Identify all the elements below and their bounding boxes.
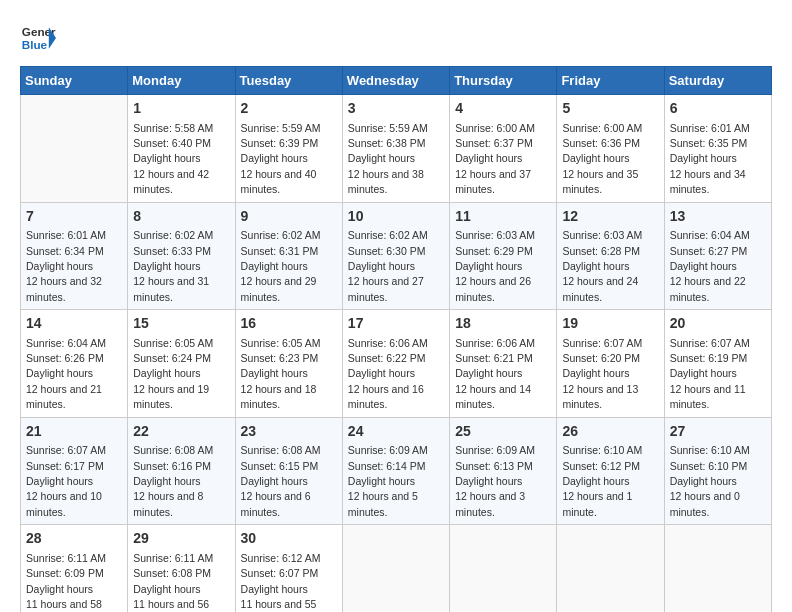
calendar-cell: 26 Sunrise: 6:10 AMSunset: 6:12 PMDaylig… (557, 417, 664, 525)
day-number: 10 (348, 207, 444, 227)
day-info: Sunrise: 6:12 AMSunset: 6:07 PMDaylight … (241, 552, 321, 612)
calendar-cell (342, 525, 449, 612)
calendar-cell (21, 95, 128, 203)
day-number: 18 (455, 314, 551, 334)
day-number: 2 (241, 99, 337, 119)
day-info: Sunrise: 6:08 AMSunset: 6:16 PMDaylight … (133, 444, 213, 518)
day-number: 11 (455, 207, 551, 227)
calendar-table: SundayMondayTuesdayWednesdayThursdayFrid… (20, 66, 772, 612)
day-number: 29 (133, 529, 229, 549)
day-number: 30 (241, 529, 337, 549)
day-info: Sunrise: 6:02 AMSunset: 6:30 PMDaylight … (348, 229, 428, 303)
calendar-cell: 10 Sunrise: 6:02 AMSunset: 6:30 PMDaylig… (342, 202, 449, 310)
day-number: 9 (241, 207, 337, 227)
weekday-header-wednesday: Wednesday (342, 67, 449, 95)
weekday-header-friday: Friday (557, 67, 664, 95)
calendar-cell: 22 Sunrise: 6:08 AMSunset: 6:16 PMDaylig… (128, 417, 235, 525)
day-info: Sunrise: 6:06 AMSunset: 6:21 PMDaylight … (455, 337, 535, 411)
calendar-cell: 18 Sunrise: 6:06 AMSunset: 6:21 PMDaylig… (450, 310, 557, 418)
calendar-cell: 2 Sunrise: 5:59 AMSunset: 6:39 PMDayligh… (235, 95, 342, 203)
day-number: 4 (455, 99, 551, 119)
weekday-header-saturday: Saturday (664, 67, 771, 95)
day-number: 14 (26, 314, 122, 334)
day-number: 25 (455, 422, 551, 442)
calendar-cell: 28 Sunrise: 6:11 AMSunset: 6:09 PMDaylig… (21, 525, 128, 612)
calendar-cell: 5 Sunrise: 6:00 AMSunset: 6:36 PMDayligh… (557, 95, 664, 203)
day-info: Sunrise: 6:05 AMSunset: 6:23 PMDaylight … (241, 337, 321, 411)
calendar-cell: 7 Sunrise: 6:01 AMSunset: 6:34 PMDayligh… (21, 202, 128, 310)
day-number: 3 (348, 99, 444, 119)
calendar-cell: 15 Sunrise: 6:05 AMSunset: 6:24 PMDaylig… (128, 310, 235, 418)
calendar-cell: 23 Sunrise: 6:08 AMSunset: 6:15 PMDaylig… (235, 417, 342, 525)
day-number: 17 (348, 314, 444, 334)
day-info: Sunrise: 6:11 AMSunset: 6:09 PMDaylight … (26, 552, 106, 612)
calendar-cell: 3 Sunrise: 5:59 AMSunset: 6:38 PMDayligh… (342, 95, 449, 203)
day-info: Sunrise: 5:59 AMSunset: 6:38 PMDaylight … (348, 122, 428, 196)
day-info: Sunrise: 6:09 AMSunset: 6:14 PMDaylight … (348, 444, 428, 518)
day-info: Sunrise: 6:04 AMSunset: 6:26 PMDaylight … (26, 337, 106, 411)
day-info: Sunrise: 6:00 AMSunset: 6:37 PMDaylight … (455, 122, 535, 196)
day-number: 22 (133, 422, 229, 442)
day-number: 27 (670, 422, 766, 442)
day-info: Sunrise: 6:09 AMSunset: 6:13 PMDaylight … (455, 444, 535, 518)
calendar-cell: 16 Sunrise: 6:05 AMSunset: 6:23 PMDaylig… (235, 310, 342, 418)
day-number: 15 (133, 314, 229, 334)
logo: General Blue (20, 20, 56, 56)
calendar-cell: 6 Sunrise: 6:01 AMSunset: 6:35 PMDayligh… (664, 95, 771, 203)
day-number: 8 (133, 207, 229, 227)
day-number: 12 (562, 207, 658, 227)
calendar-cell: 9 Sunrise: 6:02 AMSunset: 6:31 PMDayligh… (235, 202, 342, 310)
day-number: 7 (26, 207, 122, 227)
day-number: 20 (670, 314, 766, 334)
day-number: 28 (26, 529, 122, 549)
day-info: Sunrise: 6:11 AMSunset: 6:08 PMDaylight … (133, 552, 213, 612)
day-number: 1 (133, 99, 229, 119)
day-info: Sunrise: 6:10 AMSunset: 6:12 PMDaylight … (562, 444, 642, 518)
day-number: 16 (241, 314, 337, 334)
calendar-cell: 30 Sunrise: 6:12 AMSunset: 6:07 PMDaylig… (235, 525, 342, 612)
calendar-cell (557, 525, 664, 612)
calendar-cell: 20 Sunrise: 6:07 AMSunset: 6:19 PMDaylig… (664, 310, 771, 418)
day-info: Sunrise: 6:01 AMSunset: 6:34 PMDaylight … (26, 229, 106, 303)
day-number: 26 (562, 422, 658, 442)
day-info: Sunrise: 6:01 AMSunset: 6:35 PMDaylight … (670, 122, 750, 196)
calendar-cell: 19 Sunrise: 6:07 AMSunset: 6:20 PMDaylig… (557, 310, 664, 418)
calendar-cell: 12 Sunrise: 6:03 AMSunset: 6:28 PMDaylig… (557, 202, 664, 310)
day-number: 13 (670, 207, 766, 227)
day-number: 6 (670, 99, 766, 119)
day-info: Sunrise: 5:59 AMSunset: 6:39 PMDaylight … (241, 122, 321, 196)
calendar-cell: 4 Sunrise: 6:00 AMSunset: 6:37 PMDayligh… (450, 95, 557, 203)
calendar-cell (664, 525, 771, 612)
day-info: Sunrise: 6:06 AMSunset: 6:22 PMDaylight … (348, 337, 428, 411)
calendar-cell (450, 525, 557, 612)
day-info: Sunrise: 6:02 AMSunset: 6:33 PMDaylight … (133, 229, 213, 303)
day-number: 5 (562, 99, 658, 119)
calendar-cell: 29 Sunrise: 6:11 AMSunset: 6:08 PMDaylig… (128, 525, 235, 612)
day-info: Sunrise: 6:04 AMSunset: 6:27 PMDaylight … (670, 229, 750, 303)
calendar-cell: 13 Sunrise: 6:04 AMSunset: 6:27 PMDaylig… (664, 202, 771, 310)
day-info: Sunrise: 6:07 AMSunset: 6:19 PMDaylight … (670, 337, 750, 411)
calendar-cell: 27 Sunrise: 6:10 AMSunset: 6:10 PMDaylig… (664, 417, 771, 525)
day-info: Sunrise: 6:03 AMSunset: 6:29 PMDaylight … (455, 229, 535, 303)
weekday-header-monday: Monday (128, 67, 235, 95)
logo-icon: General Blue (20, 20, 56, 56)
weekday-header-thursday: Thursday (450, 67, 557, 95)
weekday-header-tuesday: Tuesday (235, 67, 342, 95)
day-number: 19 (562, 314, 658, 334)
weekday-header-sunday: Sunday (21, 67, 128, 95)
calendar-cell: 14 Sunrise: 6:04 AMSunset: 6:26 PMDaylig… (21, 310, 128, 418)
day-info: Sunrise: 6:03 AMSunset: 6:28 PMDaylight … (562, 229, 642, 303)
day-number: 24 (348, 422, 444, 442)
day-info: Sunrise: 6:07 AMSunset: 6:20 PMDaylight … (562, 337, 642, 411)
calendar-cell: 11 Sunrise: 6:03 AMSunset: 6:29 PMDaylig… (450, 202, 557, 310)
day-number: 21 (26, 422, 122, 442)
calendar-cell: 8 Sunrise: 6:02 AMSunset: 6:33 PMDayligh… (128, 202, 235, 310)
calendar-cell: 21 Sunrise: 6:07 AMSunset: 6:17 PMDaylig… (21, 417, 128, 525)
svg-text:Blue: Blue (22, 38, 48, 51)
day-info: Sunrise: 6:08 AMSunset: 6:15 PMDaylight … (241, 444, 321, 518)
day-info: Sunrise: 5:58 AMSunset: 6:40 PMDaylight … (133, 122, 213, 196)
day-number: 23 (241, 422, 337, 442)
calendar-cell: 25 Sunrise: 6:09 AMSunset: 6:13 PMDaylig… (450, 417, 557, 525)
day-info: Sunrise: 6:00 AMSunset: 6:36 PMDaylight … (562, 122, 642, 196)
day-info: Sunrise: 6:10 AMSunset: 6:10 PMDaylight … (670, 444, 750, 518)
